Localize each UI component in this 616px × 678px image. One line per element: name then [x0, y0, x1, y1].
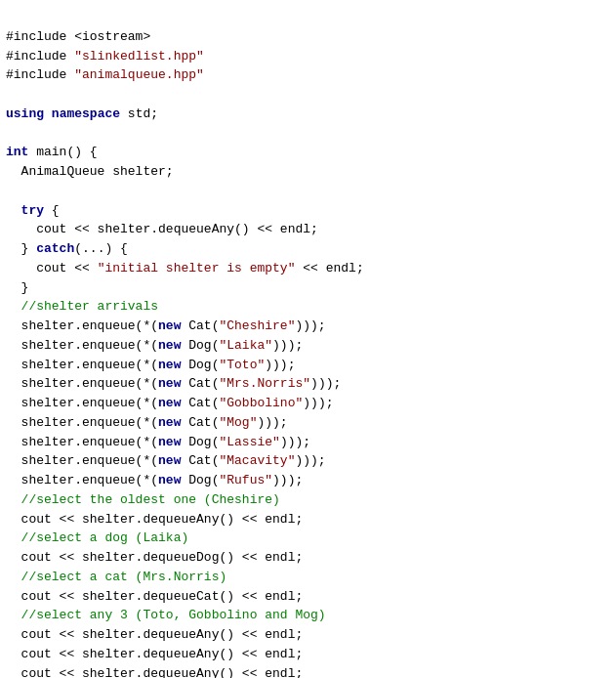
try-close: }	[6, 280, 28, 295]
enqueue-rufus: shelter.enqueue(*(new Dog("Rufus")));	[6, 473, 303, 487]
dequeue-any-try: cout << shelter.dequeueAny() << endl;	[6, 222, 318, 236]
code-block: #include <iostream> #include "slinkedlis…	[0, 0, 616, 678]
enqueue-mog: shelter.enqueue(*(new Cat("Mog")));	[6, 415, 288, 430]
enqueue-gobbolino: shelter.enqueue(*(new Cat("Gobbolino")))…	[6, 396, 334, 410]
enqueue-cheshire: shelter.enqueue(*(new Cat("Cheshire")));	[6, 318, 326, 333]
try-block: try {	[6, 203, 60, 218]
dequeue-any-4: cout << shelter.dequeueAny() << endl;	[6, 666, 303, 679]
dequeue-any-2: cout << shelter.dequeueAny() << endl;	[6, 627, 303, 642]
initial-empty-msg: cout << "initial shelter is empty" << en…	[6, 261, 364, 275]
comment-select-cat: //select a cat (Mrs.Norris)	[6, 570, 226, 584]
comment-select-oldest: //select the oldest one (Cheshire)	[6, 492, 280, 507]
comment-select-dog: //select a dog (Laika)	[6, 530, 188, 545]
catch-block: } catch(...) {	[6, 241, 128, 256]
dequeue-any-3: cout << shelter.dequeueAny() << endl;	[6, 647, 303, 661]
comment-select-any3: //select any 3 (Toto, Gobbolino and Mog)	[6, 608, 326, 622]
enqueue-mrs-norris: shelter.enqueue(*(new Cat("Mrs.Norris"))…	[6, 376, 341, 391]
enqueue-lassie: shelter.enqueue(*(new Dog("Lassie")));	[6, 435, 310, 449]
enqueue-laika: shelter.enqueue(*(new Dog("Laika")));	[6, 338, 303, 353]
include-animalqueue: #include "animalqueue.hpp"	[6, 67, 204, 82]
include-slinkedlist: #include "slinkedlist.hpp"	[6, 49, 204, 64]
dequeue-cat: cout << shelter.dequeueCat() << endl;	[6, 589, 303, 604]
dequeue-dog: cout << shelter.dequeueDog() << endl;	[6, 550, 303, 565]
comment-shelter-arrivals: //shelter arrivals	[6, 299, 158, 314]
animal-queue-decl: AnimalQueue shelter;	[6, 164, 174, 179]
dequeue-any-1: cout << shelter.dequeueAny() << endl;	[6, 512, 303, 527]
using-namespace: using namespace std;	[6, 106, 158, 121]
include-iostream: #include <iostream>	[6, 29, 150, 44]
enqueue-toto: shelter.enqueue(*(new Dog("Toto")));	[6, 358, 295, 372]
enqueue-macavity: shelter.enqueue(*(new Cat("Macavity")));	[6, 453, 326, 468]
main-func: int main() {	[6, 145, 98, 159]
